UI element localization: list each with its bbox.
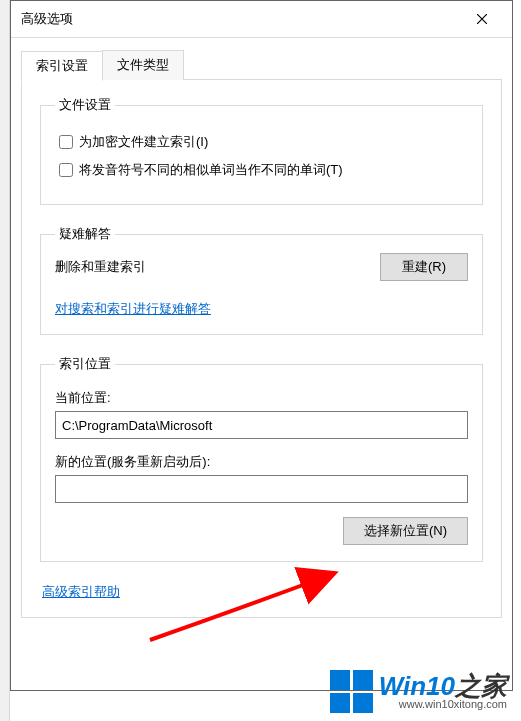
index-location-legend: 索引位置 xyxy=(55,355,115,373)
left-gutter xyxy=(0,0,10,721)
troubleshoot-legend: 疑难解答 xyxy=(55,225,115,243)
encrypted-label: 为加密文件建立索引(I) xyxy=(79,133,208,151)
window-title: 高级选项 xyxy=(21,10,73,28)
help-link-row: 高级索引帮助 xyxy=(40,582,483,601)
current-location-field[interactable] xyxy=(55,411,468,439)
watermark-brand-prefix: Win10 xyxy=(379,671,455,701)
rebuild-button[interactable]: 重建(R) xyxy=(380,253,468,281)
watermark-brand: Win10之家 xyxy=(379,673,507,699)
troubleshoot-link[interactable]: 对搜索和索引进行疑难解答 xyxy=(55,301,211,316)
encrypted-checkbox-row[interactable]: 为加密文件建立索引(I) xyxy=(55,132,468,152)
tab-strip: 索引设置 文件类型 xyxy=(21,50,502,80)
troubleshoot-desc: 删除和重建索引 xyxy=(55,258,146,276)
file-settings-legend: 文件设置 xyxy=(55,96,115,114)
advanced-index-help-link[interactable]: 高级索引帮助 xyxy=(42,584,120,599)
encrypted-checkbox[interactable] xyxy=(59,135,73,149)
advanced-options-dialog: 高级选项 索引设置 文件类型 文件设置 为加密文件建立索引(I) 将发音符号不同… xyxy=(10,0,513,691)
file-settings-group: 文件设置 为加密文件建立索引(I) 将发音符号不同的相似单词当作不同的单词(T) xyxy=(40,96,483,205)
diacritics-checkbox-row[interactable]: 将发音符号不同的相似单词当作不同的单词(T) xyxy=(55,160,468,180)
watermark-brand-suffix: 之家 xyxy=(455,671,507,701)
troubleshoot-row: 删除和重建索引 重建(R) xyxy=(55,253,468,281)
new-location-label: 新的位置(服务重新启动后): xyxy=(55,453,468,471)
select-new-location-button[interactable]: 选择新位置(N) xyxy=(343,517,468,545)
tab-file-types[interactable]: 文件类型 xyxy=(102,50,184,80)
watermark: Win10之家 www.win10xitong.com xyxy=(330,670,507,713)
diacritics-label: 将发音符号不同的相似单词当作不同的单词(T) xyxy=(79,161,343,179)
new-location-field[interactable] xyxy=(55,475,468,503)
close-icon xyxy=(477,14,487,24)
tab-panel: 文件设置 为加密文件建立索引(I) 将发音符号不同的相似单词当作不同的单词(T)… xyxy=(21,79,502,618)
index-location-group: 索引位置 当前位置: 新的位置(服务重新启动后): 选择新位置(N) xyxy=(40,355,483,562)
tab-index-settings[interactable]: 索引设置 xyxy=(21,51,103,81)
close-button[interactable] xyxy=(462,7,502,31)
current-location-label: 当前位置: xyxy=(55,389,468,407)
windows-logo-icon xyxy=(330,670,373,713)
diacritics-checkbox[interactable] xyxy=(59,163,73,177)
dialog-content: 索引设置 文件类型 文件设置 为加密文件建立索引(I) 将发音符号不同的相似单词… xyxy=(11,38,512,690)
select-location-row: 选择新位置(N) xyxy=(55,517,468,545)
titlebar: 高级选项 xyxy=(11,1,512,38)
watermark-text: Win10之家 www.win10xitong.com xyxy=(379,673,507,710)
watermark-url: www.win10xitong.com xyxy=(379,699,507,710)
troubleshoot-group: 疑难解答 删除和重建索引 重建(R) 对搜索和索引进行疑难解答 xyxy=(40,225,483,335)
